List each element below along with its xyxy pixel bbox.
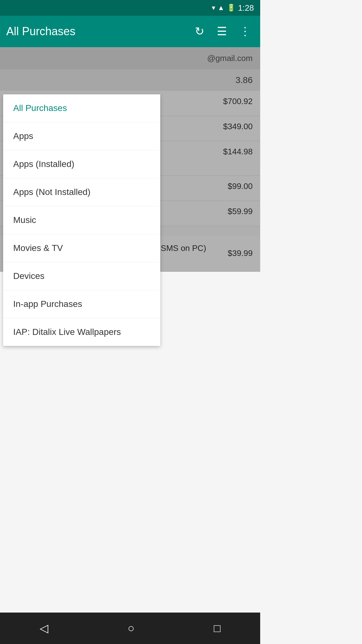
battery-icon: 🔋 <box>227 4 235 12</box>
status-time: 1:28 <box>238 3 254 13</box>
more-icon[interactable]: ⋮ <box>236 22 254 41</box>
signal-icon: ▲ <box>218 4 225 12</box>
nav-back-icon[interactable]: ◁ <box>33 615 55 641</box>
main-content: @gmail.com 3.86 ...ost) $700.92 $349.00 … <box>0 47 260 272</box>
dropdown-item-music[interactable]: Music <box>3 206 160 234</box>
nav-recent-icon[interactable]: □ <box>207 615 227 641</box>
nav-home-icon[interactable]: ○ <box>121 615 141 641</box>
status-icons: ▾ ▲ 🔋 1:28 <box>212 3 254 13</box>
filter-icon[interactable]: ☰ <box>214 22 230 41</box>
nav-bar: ◁ ○ □ <box>0 613 260 644</box>
dropdown-item-all-purchases[interactable]: All Purchases <box>3 94 160 122</box>
dropdown-item-apps-installed[interactable]: Apps (Installed) <box>3 150 160 178</box>
dropdown-item-apps[interactable]: Apps <box>3 122 160 150</box>
dropdown-item-apps-not-installed[interactable]: Apps (Not Installed) <box>3 178 160 206</box>
dropdown-menu: All Purchases Apps Apps (Installed) Apps… <box>3 94 160 346</box>
dropdown-item-devices[interactable]: Devices <box>3 262 160 290</box>
dropdown-item-iap-ditalix[interactable]: IAP: Ditalix Live Wallpapers <box>3 318 160 346</box>
dropdown-item-in-app-purchases[interactable]: In-app Purchases <box>3 290 160 318</box>
dropdown-item-movies-tv[interactable]: Movies & TV <box>3 234 160 262</box>
wifi-icon: ▾ <box>212 4 215 12</box>
app-bar-title: All Purchases <box>6 25 185 38</box>
refresh-icon[interactable]: ↻ <box>192 22 207 41</box>
status-bar: ▾ ▲ 🔋 1:28 <box>0 0 260 16</box>
app-bar: All Purchases ↻ ☰ ⋮ <box>0 16 260 47</box>
